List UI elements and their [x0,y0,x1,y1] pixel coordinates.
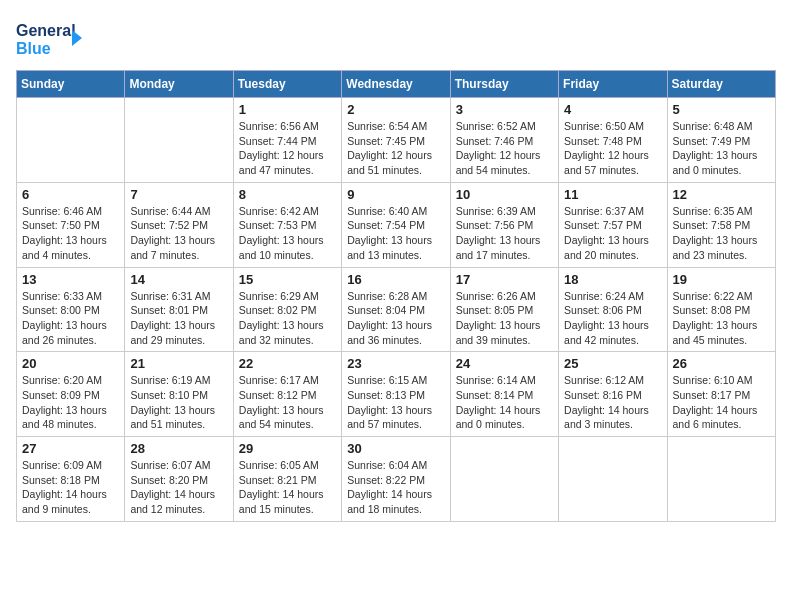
day-number: 23 [347,356,444,371]
calendar-cell: 7Sunrise: 6:44 AM Sunset: 7:52 PM Daylig… [125,182,233,267]
day-number: 21 [130,356,227,371]
day-header-wednesday: Wednesday [342,71,450,98]
day-number: 30 [347,441,444,456]
page-header: GeneralBlue [16,16,776,60]
day-number: 1 [239,102,336,117]
svg-text:General: General [16,22,76,39]
calendar-cell [450,437,558,522]
calendar-cell: 22Sunrise: 6:17 AM Sunset: 8:12 PM Dayli… [233,352,341,437]
calendar-cell: 12Sunrise: 6:35 AM Sunset: 7:58 PM Dayli… [667,182,775,267]
day-info: Sunrise: 6:29 AM Sunset: 8:02 PM Dayligh… [239,289,336,348]
day-info: Sunrise: 6:24 AM Sunset: 8:06 PM Dayligh… [564,289,661,348]
day-number: 6 [22,187,119,202]
day-info: Sunrise: 6:07 AM Sunset: 8:20 PM Dayligh… [130,458,227,517]
day-number: 16 [347,272,444,287]
day-number: 25 [564,356,661,371]
calendar-cell: 27Sunrise: 6:09 AM Sunset: 8:18 PM Dayli… [17,437,125,522]
calendar-cell: 15Sunrise: 6:29 AM Sunset: 8:02 PM Dayli… [233,267,341,352]
day-number: 19 [673,272,770,287]
day-info: Sunrise: 6:10 AM Sunset: 8:17 PM Dayligh… [673,373,770,432]
day-number: 22 [239,356,336,371]
calendar-week-1: 1Sunrise: 6:56 AM Sunset: 7:44 PM Daylig… [17,98,776,183]
calendar-cell: 8Sunrise: 6:42 AM Sunset: 7:53 PM Daylig… [233,182,341,267]
calendar-cell [559,437,667,522]
calendar-cell: 18Sunrise: 6:24 AM Sunset: 8:06 PM Dayli… [559,267,667,352]
day-info: Sunrise: 6:52 AM Sunset: 7:46 PM Dayligh… [456,119,553,178]
calendar-cell: 19Sunrise: 6:22 AM Sunset: 8:08 PM Dayli… [667,267,775,352]
day-number: 11 [564,187,661,202]
calendar-cell [667,437,775,522]
day-number: 15 [239,272,336,287]
day-info: Sunrise: 6:26 AM Sunset: 8:05 PM Dayligh… [456,289,553,348]
day-info: Sunrise: 6:17 AM Sunset: 8:12 PM Dayligh… [239,373,336,432]
day-number: 13 [22,272,119,287]
calendar-cell: 29Sunrise: 6:05 AM Sunset: 8:21 PM Dayli… [233,437,341,522]
calendar-week-5: 27Sunrise: 6:09 AM Sunset: 8:18 PM Dayli… [17,437,776,522]
day-header-monday: Monday [125,71,233,98]
calendar-week-4: 20Sunrise: 6:20 AM Sunset: 8:09 PM Dayli… [17,352,776,437]
calendar-cell: 14Sunrise: 6:31 AM Sunset: 8:01 PM Dayli… [125,267,233,352]
day-info: Sunrise: 6:04 AM Sunset: 8:22 PM Dayligh… [347,458,444,517]
calendar-cell: 28Sunrise: 6:07 AM Sunset: 8:20 PM Dayli… [125,437,233,522]
calendar-cell: 4Sunrise: 6:50 AM Sunset: 7:48 PM Daylig… [559,98,667,183]
calendar-cell: 17Sunrise: 6:26 AM Sunset: 8:05 PM Dayli… [450,267,558,352]
calendar-cell: 5Sunrise: 6:48 AM Sunset: 7:49 PM Daylig… [667,98,775,183]
day-number: 12 [673,187,770,202]
day-number: 17 [456,272,553,287]
day-number: 14 [130,272,227,287]
day-number: 24 [456,356,553,371]
day-info: Sunrise: 6:39 AM Sunset: 7:56 PM Dayligh… [456,204,553,263]
day-number: 27 [22,441,119,456]
calendar-cell: 26Sunrise: 6:10 AM Sunset: 8:17 PM Dayli… [667,352,775,437]
day-info: Sunrise: 6:35 AM Sunset: 7:58 PM Dayligh… [673,204,770,263]
calendar-cell: 21Sunrise: 6:19 AM Sunset: 8:10 PM Dayli… [125,352,233,437]
day-info: Sunrise: 6:14 AM Sunset: 8:14 PM Dayligh… [456,373,553,432]
day-number: 5 [673,102,770,117]
day-number: 20 [22,356,119,371]
day-number: 29 [239,441,336,456]
svg-marker-2 [72,30,82,46]
day-number: 10 [456,187,553,202]
calendar-cell [125,98,233,183]
day-info: Sunrise: 6:22 AM Sunset: 8:08 PM Dayligh… [673,289,770,348]
calendar-cell: 30Sunrise: 6:04 AM Sunset: 8:22 PM Dayli… [342,437,450,522]
day-number: 8 [239,187,336,202]
day-info: Sunrise: 6:28 AM Sunset: 8:04 PM Dayligh… [347,289,444,348]
day-info: Sunrise: 6:12 AM Sunset: 8:16 PM Dayligh… [564,373,661,432]
day-info: Sunrise: 6:05 AM Sunset: 8:21 PM Dayligh… [239,458,336,517]
day-info: Sunrise: 6:15 AM Sunset: 8:13 PM Dayligh… [347,373,444,432]
day-number: 2 [347,102,444,117]
day-info: Sunrise: 6:48 AM Sunset: 7:49 PM Dayligh… [673,119,770,178]
day-header-sunday: Sunday [17,71,125,98]
calendar-cell: 11Sunrise: 6:37 AM Sunset: 7:57 PM Dayli… [559,182,667,267]
day-info: Sunrise: 6:09 AM Sunset: 8:18 PM Dayligh… [22,458,119,517]
day-info: Sunrise: 6:37 AM Sunset: 7:57 PM Dayligh… [564,204,661,263]
day-info: Sunrise: 6:40 AM Sunset: 7:54 PM Dayligh… [347,204,444,263]
day-info: Sunrise: 6:44 AM Sunset: 7:52 PM Dayligh… [130,204,227,263]
calendar-cell: 3Sunrise: 6:52 AM Sunset: 7:46 PM Daylig… [450,98,558,183]
calendar-cell: 25Sunrise: 6:12 AM Sunset: 8:16 PM Dayli… [559,352,667,437]
calendar-cell: 13Sunrise: 6:33 AM Sunset: 8:00 PM Dayli… [17,267,125,352]
day-number: 28 [130,441,227,456]
day-number: 4 [564,102,661,117]
calendar-cell: 10Sunrise: 6:39 AM Sunset: 7:56 PM Dayli… [450,182,558,267]
day-header-thursday: Thursday [450,71,558,98]
day-number: 26 [673,356,770,371]
logo: GeneralBlue [16,16,86,60]
calendar-header-row: SundayMondayTuesdayWednesdayThursdayFrid… [17,71,776,98]
day-info: Sunrise: 6:46 AM Sunset: 7:50 PM Dayligh… [22,204,119,263]
logo-svg: GeneralBlue [16,16,86,60]
day-info: Sunrise: 6:33 AM Sunset: 8:00 PM Dayligh… [22,289,119,348]
day-number: 18 [564,272,661,287]
day-header-saturday: Saturday [667,71,775,98]
calendar-cell: 9Sunrise: 6:40 AM Sunset: 7:54 PM Daylig… [342,182,450,267]
calendar-cell: 16Sunrise: 6:28 AM Sunset: 8:04 PM Dayli… [342,267,450,352]
calendar-week-2: 6Sunrise: 6:46 AM Sunset: 7:50 PM Daylig… [17,182,776,267]
day-info: Sunrise: 6:31 AM Sunset: 8:01 PM Dayligh… [130,289,227,348]
day-header-tuesday: Tuesday [233,71,341,98]
day-number: 9 [347,187,444,202]
svg-text:Blue: Blue [16,40,51,57]
day-info: Sunrise: 6:42 AM Sunset: 7:53 PM Dayligh… [239,204,336,263]
day-info: Sunrise: 6:19 AM Sunset: 8:10 PM Dayligh… [130,373,227,432]
day-info: Sunrise: 6:50 AM Sunset: 7:48 PM Dayligh… [564,119,661,178]
